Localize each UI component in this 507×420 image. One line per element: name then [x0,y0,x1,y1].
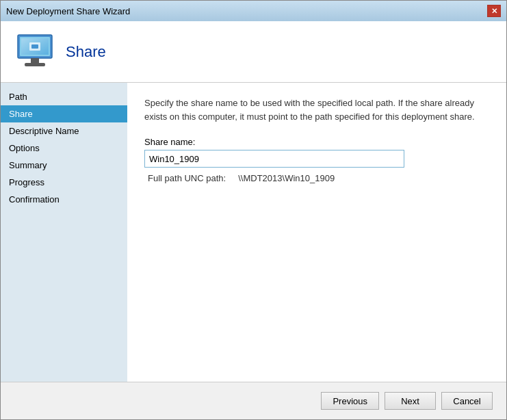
footer: Previous Next Cancel [1,382,506,419]
share-name-group: Share name: Full path UNC path: \\MDT201… [144,137,489,183]
close-button[interactable]: ✕ [487,5,501,17]
content-area: Path Share Descriptive Name Options Summ… [1,83,506,382]
main-content: Specify the share name to be used with t… [127,83,506,382]
header-title: Share [66,43,106,61]
sidebar-item-path[interactable]: Path [1,88,127,105]
svg-rect-3 [25,63,45,66]
sidebar-item-descriptive-name[interactable]: Descriptive Name [1,122,127,140]
svg-rect-6 [31,44,38,49]
wizard-window: New Deployment Share Wizard ✕ [0,0,507,420]
sidebar-item-confirmation[interactable]: Confirmation [1,191,127,208]
unc-prefix: Full path UNC path: [148,173,226,183]
sidebar-item-options[interactable]: Options [1,140,127,157]
unc-path: Full path UNC path: \\MDT2013\Win10_1909 [144,173,489,183]
window-title: New Deployment Share Wizard [6,6,130,16]
unc-value: \\MDT2013\Win10_1909 [238,173,335,183]
sidebar-item-summary[interactable]: Summary [1,157,127,174]
sidebar: Path Share Descriptive Name Options Summ… [1,83,127,382]
computer-icon [14,31,55,73]
header-section: Share [1,21,506,83]
description-text: Specify the share name to be used with t… [144,96,489,123]
share-name-label: Share name: [144,137,489,147]
next-button[interactable]: Next [385,392,436,410]
share-name-input[interactable] [144,150,404,168]
sidebar-item-share[interactable]: Share [1,105,127,122]
svg-rect-2 [31,58,39,63]
previous-button[interactable]: Previous [321,392,379,410]
sidebar-item-progress[interactable]: Progress [1,174,127,191]
cancel-button[interactable]: Cancel [441,392,493,410]
title-bar: New Deployment Share Wizard ✕ [1,1,506,21]
